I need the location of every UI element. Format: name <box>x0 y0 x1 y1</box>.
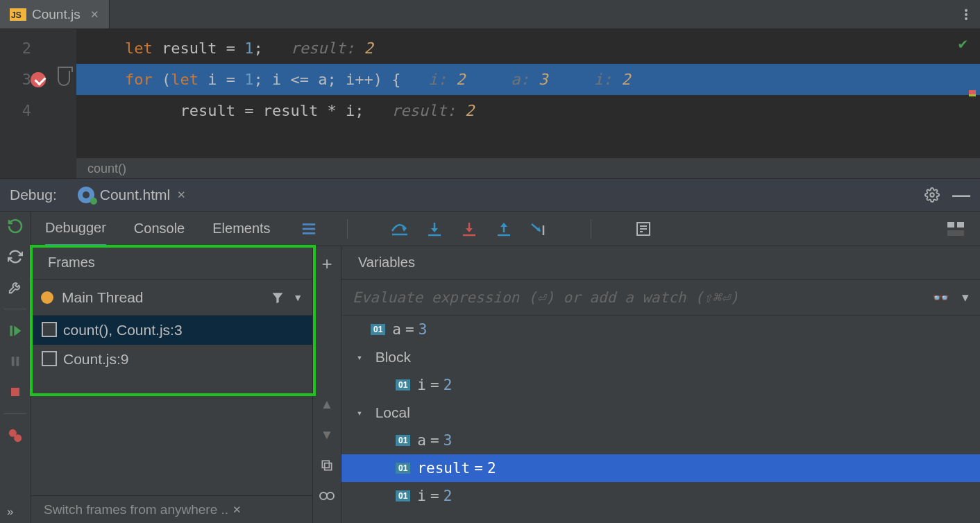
glasses-icon[interactable]: 👓 <box>932 289 949 306</box>
js-file-icon: JS <box>10 8 26 21</box>
stack-frame-icon <box>44 324 56 336</box>
debug-panels: Frames Main Thread ▼ count(), Count.js:3… <box>31 246 980 523</box>
more-icon[interactable]: » <box>7 505 13 519</box>
chevron-down-icon[interactable]: ▾ <box>353 352 366 363</box>
rerun-icon[interactable] <box>6 217 24 235</box>
threads-icon[interactable] <box>298 218 319 239</box>
frames-panel: Frames Main Thread ▼ count(), Count.js:3… <box>31 246 312 523</box>
watch-input-row[interactable]: Evaluate expression (⏎) or add a watch (… <box>341 280 980 316</box>
frame-item[interactable]: Count.js:9 <box>31 345 312 374</box>
svg-rect-1 <box>10 326 12 336</box>
wrench-icon[interactable] <box>6 278 24 296</box>
editor-tab-countjs[interactable]: JS Count.js ✕ <box>0 0 110 28</box>
run-config-name[interactable]: Count.html <box>100 187 171 203</box>
frames-header: Frames <box>31 246 312 280</box>
svg-point-7 <box>14 434 22 442</box>
svg-rect-3 <box>12 357 15 366</box>
svg-marker-14 <box>431 228 438 232</box>
svg-marker-20 <box>500 223 507 227</box>
stack-frame-icon <box>44 353 56 366</box>
dropdown-icon[interactable]: ▼ <box>293 292 303 303</box>
navigate-up-icon[interactable]: ▲ <box>318 395 336 413</box>
layout-settings-icon[interactable] <box>945 218 966 239</box>
debug-body: » Debugger Console Elements Frames <box>0 212 980 523</box>
variables-tree[interactable]: 01a = 3 ▾ Block 01i = 2 ▾ Local 01a = 3 … <box>341 316 980 523</box>
step-into-icon[interactable] <box>424 218 445 239</box>
svg-rect-29 <box>957 222 964 228</box>
tab-filename: Count.js <box>32 7 81 22</box>
run-to-cursor-icon[interactable] <box>528 218 549 239</box>
breakpoint-icon[interactable] <box>31 72 46 87</box>
method-separator-icon <box>58 71 70 86</box>
svg-marker-2 <box>14 326 21 336</box>
svg-rect-4 <box>17 357 19 366</box>
svg-rect-30 <box>947 230 964 236</box>
editor-tab-bar: JS Count.js ✕ <box>0 0 980 29</box>
inspection-ok-icon[interactable]: ✔ <box>958 35 968 52</box>
error-stripe-marker[interactable] <box>969 94 976 96</box>
variable-scope-row[interactable]: ▾ Block <box>341 343 980 371</box>
variable-row-selected[interactable]: 01result = 2 <box>341 454 980 482</box>
code-area[interactable]: let result = 1; result: 2 for (let i = 1… <box>76 29 980 178</box>
breadcrumbs[interactable]: count() <box>76 157 980 178</box>
code-line[interactable]: let result = 1; result: 2 <box>76 33 980 64</box>
update-icon[interactable] <box>6 248 24 266</box>
code-line[interactable]: result = result * i; result: 2 <box>76 95 980 126</box>
variables-panel: Variables Evaluate expression (⏎) or add… <box>341 246 980 523</box>
frame-label: count(), Count.js:3 <box>63 322 183 338</box>
debug-tool-window-header: Debug: Count.html ✕ — <box>0 178 980 212</box>
code-line-current[interactable]: for (let i = 1; i <= a; i++) { i: 2 a: 3… <box>76 64 980 95</box>
step-out-icon[interactable] <box>493 218 514 239</box>
frame-item[interactable]: count(), Count.js:3 <box>31 316 312 345</box>
hide-tool-window-icon[interactable]: — <box>952 185 970 206</box>
stop-icon[interactable] <box>6 383 24 401</box>
mute-breakpoints-icon[interactable] <box>6 427 24 445</box>
svg-point-34 <box>320 492 327 499</box>
variable-row[interactable]: 01a = 3 <box>341 316 980 343</box>
variable-row[interactable]: 01a = 3 <box>341 427 980 454</box>
tab-debugger[interactable]: Debugger <box>45 212 106 246</box>
step-over-icon[interactable] <box>389 218 410 239</box>
pause-icon[interactable] <box>6 352 24 370</box>
frames-hint: Switch frames from anywhere ..✕ <box>31 495 312 523</box>
debug-left-rail: » <box>0 212 31 523</box>
debug-label: Debug: <box>10 187 57 203</box>
gear-icon[interactable] <box>924 187 940 203</box>
svg-marker-31 <box>273 293 283 303</box>
close-tab-icon[interactable]: ✕ <box>177 189 186 201</box>
variable-scope-row[interactable]: ▾ Local <box>341 399 980 427</box>
force-step-into-icon[interactable] <box>459 218 480 239</box>
variables-toolbar: + ▲ ▼ <box>312 246 341 523</box>
line-number: 3 <box>22 71 31 88</box>
svg-rect-28 <box>947 222 954 228</box>
svg-rect-32 <box>325 463 332 470</box>
close-tab-icon[interactable]: ✕ <box>90 8 99 21</box>
thread-name: Main Thread <box>62 289 144 306</box>
svg-rect-5 <box>11 388 19 396</box>
svg-point-35 <box>327 492 334 499</box>
resume-icon[interactable] <box>6 322 24 340</box>
thread-selector[interactable]: Main Thread ▼ <box>31 280 312 316</box>
navigate-down-icon[interactable]: ▼ <box>318 426 336 444</box>
tab-console[interactable]: Console <box>134 212 185 246</box>
filter-icon[interactable] <box>271 291 285 305</box>
gutter[interactable]: 2 3 4 <box>0 29 76 178</box>
show-watches-icon[interactable] <box>318 487 336 505</box>
watch-dropdown-icon[interactable]: ▾ <box>962 289 969 305</box>
code-editor[interactable]: 2 3 4 let result = 1; result: 2 for (let… <box>0 29 980 178</box>
copy-icon[interactable] <box>318 456 336 474</box>
chevron-down-icon[interactable]: ▾ <box>353 407 366 418</box>
add-watch-icon[interactable]: + <box>318 255 336 273</box>
watch-input-placeholder[interactable]: Evaluate expression (⏎) or add a watch (… <box>353 289 925 306</box>
svg-marker-17 <box>466 228 473 232</box>
line-number: 2 <box>22 40 31 57</box>
svg-point-0 <box>930 193 934 197</box>
editor-kebab-menu[interactable] <box>952 0 980 28</box>
variable-row[interactable]: 01i = 2 <box>341 482 980 510</box>
variable-row[interactable]: 01i = 2 <box>341 371 980 399</box>
debug-right-area: Debugger Console Elements Frames <box>31 212 980 523</box>
frame-label: Count.js:9 <box>63 351 129 368</box>
tab-elements[interactable]: Elements <box>212 212 270 246</box>
evaluate-expression-icon[interactable] <box>633 218 654 239</box>
thread-status-icon <box>41 291 53 304</box>
